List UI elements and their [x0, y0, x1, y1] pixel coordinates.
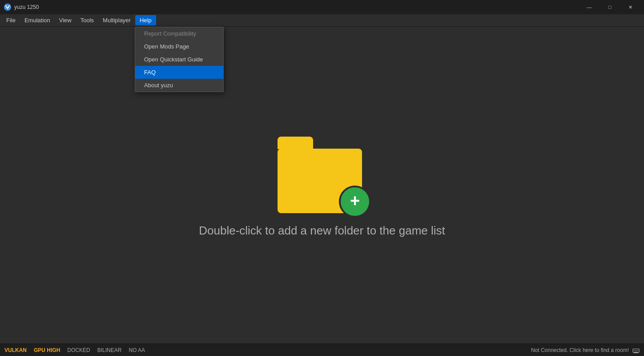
- dropdown-item-faq[interactable]: FAQ: [135, 66, 223, 79]
- plus-icon: +: [350, 192, 360, 209]
- folder-add-badge: +: [339, 186, 371, 218]
- status-bilinear: BILINEAR: [97, 347, 122, 353]
- menu-item-file[interactable]: File: [2, 15, 20, 25]
- maximize-button[interactable]: □: [600, 0, 620, 14]
- status-no-aa: NO AA: [129, 347, 145, 353]
- status-vulkan: VULKAN: [4, 347, 27, 353]
- status-bar-left: VULKAN GPU HIGH DOCKED BILINEAR NO AA: [4, 347, 145, 353]
- menu-item-emulation[interactable]: Emulation: [20, 15, 55, 25]
- svg-point-0: [4, 4, 11, 11]
- close-button[interactable]: ✕: [620, 0, 640, 14]
- status-docked: DOCKED: [67, 347, 90, 353]
- yuzu-logo-icon: [4, 3, 12, 11]
- minimize-button[interactable]: —: [579, 0, 600, 14]
- main-content-area[interactable]: + Double-click to add a new folder to th…: [0, 27, 644, 344]
- dropdown-item-open-quickstart-guide[interactable]: Open Quickstart Guide: [135, 53, 223, 66]
- menu-item-tools[interactable]: Tools: [76, 15, 98, 25]
- title-bar-left: yuzu 1250: [4, 3, 39, 11]
- add-folder-prompt: Double-click to add a new folder to the …: [199, 224, 445, 238]
- svg-rect-3: [634, 352, 638, 353]
- svg-rect-4: [634, 350, 638, 352]
- menu-bar: File Emulation View Tools Multiplayer He…: [0, 14, 644, 27]
- dropdown-item-about-yuzu[interactable]: About yuzu: [135, 79, 223, 92]
- title-bar: yuzu 1250 — □ ✕: [0, 0, 644, 14]
- folder-tab: [278, 137, 313, 149]
- menu-item-multiplayer[interactable]: Multiplayer: [98, 15, 135, 25]
- help-dropdown-menu: Report Compatibility Open Mods Page Open…: [135, 27, 224, 92]
- network-icon: [632, 347, 640, 354]
- status-gpu-high: GPU HIGH: [34, 347, 60, 353]
- menu-item-help[interactable]: Help: [135, 15, 156, 25]
- dropdown-item-report-compatibility[interactable]: Report Compatibility: [135, 27, 223, 40]
- title-bar-controls: — □ ✕: [579, 0, 640, 14]
- menu-item-view[interactable]: View: [55, 15, 76, 25]
- add-folder-icon: +: [278, 133, 366, 213]
- status-bar: VULKAN GPU HIGH DOCKED BILINEAR NO AA No…: [0, 344, 644, 356]
- network-status[interactable]: Not Connected. Click here to find a room…: [531, 347, 640, 354]
- dropdown-item-open-mods-page[interactable]: Open Mods Page: [135, 40, 223, 53]
- app-title: yuzu 1250: [14, 4, 39, 10]
- network-status-text: Not Connected. Click here to find a room…: [531, 347, 629, 353]
